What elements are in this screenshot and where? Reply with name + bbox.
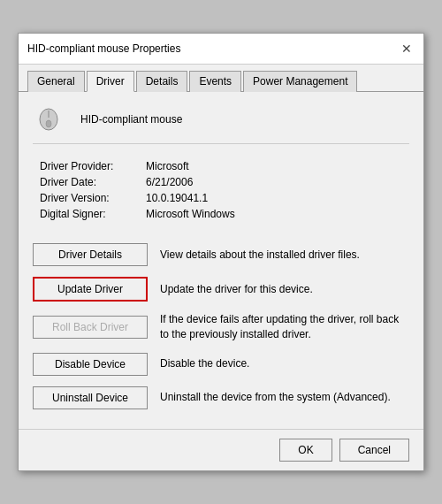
close-button[interactable]: ✕ xyxy=(399,41,415,57)
driver-details-desc: View details about the installed driver … xyxy=(160,248,409,263)
date-label: Driver Date: xyxy=(40,176,146,188)
tab-events[interactable]: Events xyxy=(189,71,241,92)
driver-details-button[interactable]: Driver Details xyxy=(33,243,148,266)
ok-button[interactable]: OK xyxy=(279,439,332,462)
version-value: 10.0.19041.1 xyxy=(146,192,409,204)
uninstall-device-desc: Uninstall the device from the system (Ad… xyxy=(160,390,409,405)
tab-details[interactable]: Details xyxy=(136,71,188,92)
version-label: Driver Version: xyxy=(40,192,146,204)
title-bar: HID-compliant mouse Properties ✕ xyxy=(19,34,423,65)
action-row-disable-device: Disable Device Disable the device. xyxy=(33,347,409,381)
signer-label: Digital Signer: xyxy=(40,208,146,220)
device-header: HID-compliant mouse xyxy=(33,106,409,144)
tab-power-management[interactable]: Power Management xyxy=(243,71,357,92)
action-row-roll-back: Roll Back Driver If the device fails aft… xyxy=(33,307,409,347)
disable-device-button[interactable]: Disable Device xyxy=(33,353,148,376)
driver-info-grid: Driver Provider: Microsoft Driver Date: … xyxy=(33,160,409,220)
date-value: 6/21/2006 xyxy=(146,176,409,188)
tab-bar: General Driver Details Events Power Mana… xyxy=(19,65,423,92)
device-name: HID-compliant mouse xyxy=(80,113,182,126)
tab-driver[interactable]: Driver xyxy=(87,71,134,92)
cancel-button[interactable]: Cancel xyxy=(339,439,409,462)
update-driver-desc: Update the driver for this device. xyxy=(160,282,409,297)
actions-list: Driver Details View details about the in… xyxy=(33,238,409,415)
dialog-window: HID-compliant mouse Properties ✕ General… xyxy=(18,33,424,471)
provider-value: Microsoft xyxy=(146,160,409,172)
action-row-update-driver: Update Driver Update the driver for this… xyxy=(33,271,409,307)
update-driver-button[interactable]: Update Driver xyxy=(33,277,148,302)
tab-general[interactable]: General xyxy=(27,71,85,92)
provider-label: Driver Provider: xyxy=(40,160,146,172)
roll-back-desc: If the device fails after updating the d… xyxy=(160,312,409,342)
dialog-footer: OK Cancel xyxy=(19,429,423,470)
roll-back-driver-button[interactable]: Roll Back Driver xyxy=(33,316,148,339)
device-icon xyxy=(33,106,68,133)
uninstall-device-button[interactable]: Uninstall Device xyxy=(33,386,148,409)
action-row-uninstall-device: Uninstall Device Uninstall the device fr… xyxy=(33,381,409,415)
dialog-title: HID-compliant mouse Properties xyxy=(27,42,180,55)
action-row-driver-details: Driver Details View details about the in… xyxy=(33,238,409,271)
tab-content: HID-compliant mouse Driver Provider: Mic… xyxy=(19,92,423,429)
disable-device-desc: Disable the device. xyxy=(160,356,409,371)
signer-value: Microsoft Windows xyxy=(146,208,409,220)
svg-point-2 xyxy=(46,120,51,127)
